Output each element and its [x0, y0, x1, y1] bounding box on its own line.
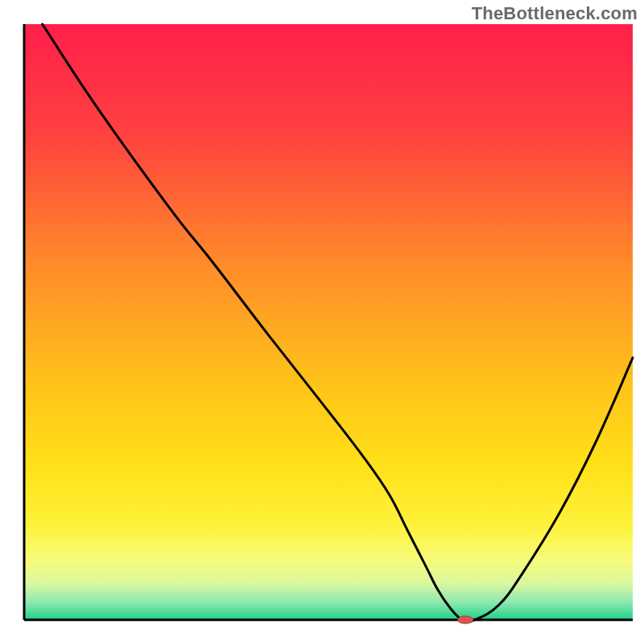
optimal-marker	[457, 616, 473, 624]
chart-svg	[0, 0, 644, 644]
plot-background	[24, 24, 633, 620]
chart-container: TheBottleneck.com	[0, 0, 644, 644]
watermark-text: TheBottleneck.com	[472, 3, 638, 24]
